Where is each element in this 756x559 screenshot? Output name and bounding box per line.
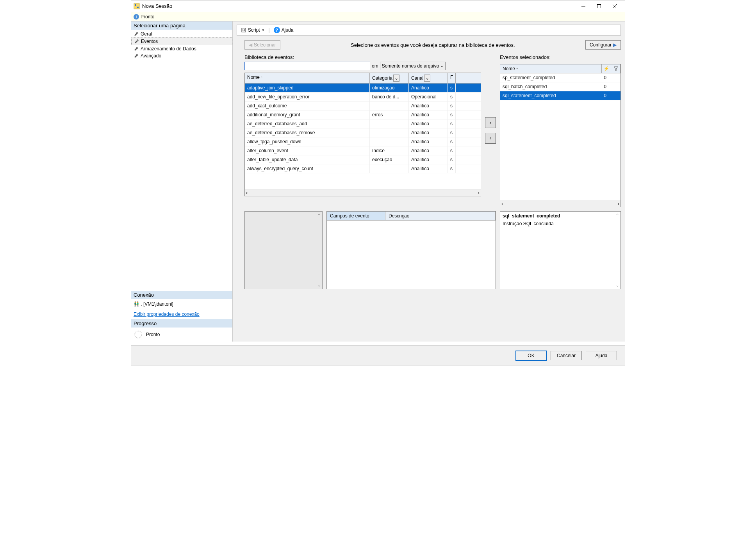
ok-button[interactable]: OK	[515, 351, 547, 361]
sidebar-item-label: Geral	[141, 31, 152, 37]
library-row[interactable]: alter_column_eventíndiceAnalíticos	[245, 146, 481, 155]
desc-right-panel: sql_statement_completed Instrução SQL co…	[500, 211, 621, 289]
library-row[interactable]: additional_memory_granterrosAnalíticos	[245, 110, 481, 119]
library-grid-header: Nome⌃ Categoria⌄ Canal⌄ F	[245, 73, 481, 84]
library-row[interactable]: always_encrypted_query_countAnalíticos	[245, 164, 481, 173]
col-channel-header[interactable]: Canal⌄	[409, 73, 448, 83]
chevron-right-icon: ▶	[613, 42, 617, 48]
scroll-up-icon[interactable]: ⌃	[615, 213, 620, 217]
selected-row[interactable]: sp_statement_completed0	[500, 73, 620, 82]
wrench-icon	[134, 31, 139, 37]
connection-properties-link[interactable]: Exibir propriedades de conexão	[131, 312, 232, 317]
in-label: em	[372, 63, 378, 69]
help-button[interactable]: ? Ajuda	[271, 26, 296, 34]
script-label: Script	[248, 27, 260, 33]
library-label: Biblioteca de eventos:	[244, 54, 481, 60]
configure-button[interactable]: Configurar ▶	[585, 40, 621, 50]
detail-description: Instrução SQL concluída	[503, 221, 618, 226]
filter-col-icon[interactable]	[611, 64, 620, 73]
content: Script ▼ | ? Ajuda ◀ Selecionar Selecion…	[233, 21, 625, 342]
sidebar-header: Selecionar uma página	[131, 21, 232, 30]
filter-mode-dropdown[interactable]: Somente nomes de arquivo ⌄	[380, 62, 446, 70]
help-label: Ajuda	[282, 27, 294, 33]
library-row[interactable]: add_xact_outcomeAnalíticos	[245, 101, 481, 110]
sidebar-item-storage[interactable]: Armazenamento de Dados	[131, 45, 232, 52]
progress-header: Progresso	[131, 319, 232, 328]
wrench-icon	[134, 39, 139, 44]
event-fields-col[interactable]: Campos de evento	[327, 212, 385, 220]
dialog-footer: OK Cancelar Ajuda	[131, 345, 625, 365]
sidebar: Selecionar uma página Geral Eventos Arma…	[131, 21, 233, 342]
selected-grid-header: Nome⌃ ⚡	[500, 64, 620, 73]
script-button[interactable]: Script ▼	[239, 27, 267, 34]
configure-label: Configurar	[590, 42, 612, 48]
selected-hscroll[interactable]: ‹›	[500, 200, 620, 207]
filter-drop-icon[interactable]: ⌄	[424, 75, 430, 82]
scroll-down-icon[interactable]: ⌄	[615, 283, 620, 287]
remove-event-button[interactable]: ‹	[485, 133, 496, 144]
desc-mid-panel: Campos de evento Descrição	[326, 211, 496, 289]
library-row[interactable]: ae_deferred_databases_removeAnalíticos	[245, 128, 481, 137]
library-search-input[interactable]	[244, 62, 370, 70]
col-last-header[interactable]: F	[448, 73, 456, 83]
sidebar-item-label: Eventos	[141, 39, 158, 44]
svg-rect-2	[137, 7, 139, 8]
help-button[interactable]: Ajuda	[586, 351, 617, 360]
sidebar-item-events[interactable]: Eventos	[131, 37, 232, 45]
selected-row[interactable]: sql_batch_completed0	[500, 82, 620, 91]
script-icon	[241, 27, 246, 33]
select-mode-button[interactable]: ◀ Selecionar	[244, 40, 280, 50]
selected-col-name[interactable]: Nome⌃	[500, 64, 602, 73]
chevron-right-icon: ›	[490, 120, 491, 125]
filter-mode-label: Somente nomes de arquivo	[382, 63, 439, 69]
selected-row[interactable]: sql_statement_completed0	[500, 91, 620, 100]
status-bar: i Pronto	[131, 12, 625, 21]
content-toolbar: Script ▼ | ? Ajuda	[237, 25, 621, 36]
server-icon: 👬	[134, 301, 139, 307]
wrench-icon	[134, 46, 139, 52]
dropdown-caret-icon: ▼	[262, 28, 265, 32]
library-hscroll[interactable]: ‹›	[245, 189, 481, 196]
select-label: Selecionar	[254, 42, 276, 48]
svg-rect-1	[135, 4, 136, 6]
sort-caret-icon: ⌃	[516, 68, 519, 71]
description-col[interactable]: Descrição	[385, 212, 496, 220]
col-category-header[interactable]: Categoria⌄	[370, 73, 409, 83]
sidebar-item-advanced[interactable]: Avançado	[131, 52, 232, 59]
progress-area: Pronto	[131, 328, 232, 342]
library-row[interactable]: alter_table_update_dataexecuçãoAnalítico…	[245, 155, 481, 164]
desc-left-panel: ⌃ ⌄	[244, 211, 323, 289]
app-icon	[134, 3, 140, 9]
chevron-left-icon: ‹	[490, 135, 491, 141]
filter-drop-icon[interactable]: ⌄	[393, 75, 399, 82]
sidebar-items: Geral Eventos Armazenamento de Dados Ava…	[131, 30, 232, 60]
library-grid: Nome⌃ Categoria⌄ Canal⌄ F adaptive_join_…	[244, 73, 481, 196]
cancel-button[interactable]: Cancelar	[551, 351, 582, 360]
chevron-down-icon: ⌄	[440, 64, 444, 68]
maximize-button[interactable]	[591, 1, 607, 12]
detail-title: sql_statement_completed	[503, 213, 618, 219]
sidebar-item-label: Avançado	[141, 53, 161, 59]
selected-grid: Nome⌃ ⚡ sp_statement_completed0sql_batch…	[500, 64, 621, 207]
library-grid-body[interactable]: adaptive_join_skippedotimizaçãoAnalítico…	[245, 84, 481, 189]
library-row[interactable]: adaptive_join_skippedotimizaçãoAnalítico…	[245, 84, 481, 93]
close-button[interactable]	[607, 1, 622, 12]
connection-header: Conexão	[131, 291, 232, 299]
hint-text: Selecione os eventos que você deseja cap…	[284, 42, 582, 48]
sort-caret-icon: ⌃	[260, 76, 263, 80]
library-row[interactable]: ae_deferred_databases_addAnalíticos	[245, 119, 481, 128]
help-icon: ?	[274, 27, 280, 33]
add-event-button[interactable]: ›	[485, 117, 496, 128]
lightning-col-icon[interactable]: ⚡	[602, 64, 611, 73]
sidebar-item-label: Armazenamento de Dados	[141, 46, 196, 52]
scroll-down-icon[interactable]: ⌄	[317, 283, 321, 287]
selected-grid-body[interactable]: sp_statement_completed0sql_batch_complet…	[500, 73, 620, 200]
svg-rect-4	[597, 4, 601, 8]
col-name-header[interactable]: Nome⌃	[245, 73, 370, 83]
status-text: Pronto	[141, 14, 154, 20]
scroll-up-icon[interactable]: ⌃	[317, 213, 321, 217]
library-row[interactable]: add_new_file_operation_errorbanco de d..…	[245, 93, 481, 101]
library-row[interactable]: allow_fpga_pushed_downAnalíticos	[245, 137, 481, 146]
sidebar-item-general[interactable]: Geral	[131, 30, 232, 37]
minimize-button[interactable]	[576, 1, 591, 12]
